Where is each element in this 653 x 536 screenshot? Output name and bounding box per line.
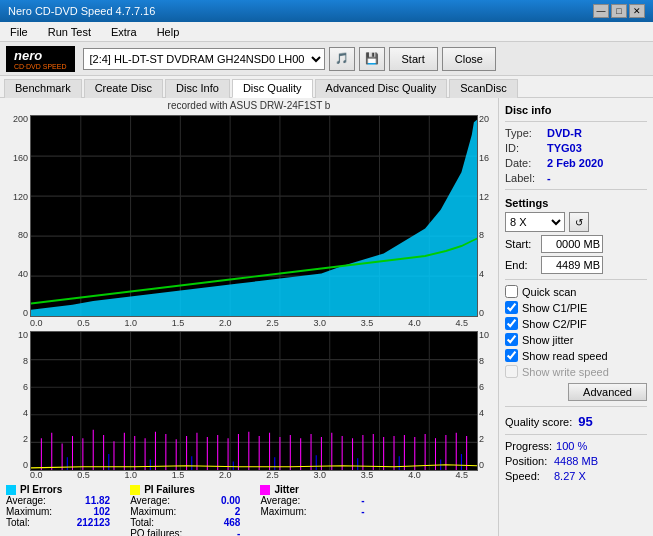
close-button[interactable]: ✕ — [629, 4, 645, 18]
divider-2 — [505, 189, 647, 190]
speed-value: 8.27 X — [554, 470, 586, 482]
show-write-speed-row: Show write speed — [505, 365, 647, 378]
right-panel: Disc info Type: DVD-R ID: TYG03 Date: 2 … — [498, 98, 653, 536]
close-toolbar-button[interactable]: Close — [442, 47, 496, 71]
tab-bar: Benchmark Create Disc Disc Info Disc Qua… — [0, 76, 653, 98]
quality-score-row: Quality score: 95 — [505, 414, 647, 429]
disc-date-row: Date: 2 Feb 2020 — [505, 157, 647, 169]
pi-errors-average: 11.82 — [60, 495, 110, 506]
settings-refresh-btn[interactable]: ↺ — [569, 212, 589, 232]
y-top-label-80: 80 — [2, 230, 28, 240]
y-top-right-label-16: 16 — [479, 153, 496, 163]
quality-score-value: 95 — [578, 414, 592, 429]
label-value: - — [547, 172, 551, 184]
menu-file[interactable]: File — [4, 24, 34, 40]
po-failures: - — [190, 528, 240, 536]
tab-disc-info[interactable]: Disc Info — [165, 79, 230, 98]
logo-text: nero — [14, 48, 42, 63]
tab-create-disc[interactable]: Create Disc — [84, 79, 163, 98]
save-icon-btn[interactable]: 💾 — [359, 47, 385, 71]
settings-title: Settings — [505, 197, 647, 209]
maximize-button[interactable]: □ — [611, 4, 627, 18]
quick-scan-label: Quick scan — [522, 286, 576, 298]
speed-select[interactable]: 8 X — [505, 212, 565, 232]
y-top-label-160: 160 — [2, 153, 28, 163]
end-label: End: — [505, 259, 537, 271]
menu-run-test[interactable]: Run Test — [42, 24, 97, 40]
end-input[interactable] — [541, 256, 603, 274]
menu-help[interactable]: Help — [151, 24, 186, 40]
pi-errors-maximum: 102 — [60, 506, 110, 517]
x-labels-bottom: 0.0 0.5 1.0 1.5 2.0 2.5 3.0 3.5 4.0 4.5 — [2, 470, 496, 482]
show-c2pif-row: Show C2/PIF — [505, 317, 647, 330]
pi-failures-maximum: 2 — [190, 506, 240, 517]
y-top-right-label-12: 12 — [479, 192, 496, 202]
date-label: Date: — [505, 157, 543, 169]
pi-failures-label: PI Failures — [144, 484, 195, 495]
x-labels-top: 0.0 0.5 1.0 1.5 2.0 2.5 3.0 3.5 4.0 4.5 — [2, 318, 496, 330]
progress-row: Progress: 100 % — [505, 440, 647, 452]
show-read-speed-checkbox[interactable] — [505, 349, 518, 362]
divider-1 — [505, 121, 647, 122]
jitter-maximum: - — [315, 506, 365, 517]
position-label: Position: — [505, 455, 550, 467]
legend-pi-failures: PI Failures Average: 0.00 Maximum: 2 Tot… — [130, 484, 240, 532]
type-value: DVD-R — [547, 127, 582, 139]
tab-scan-disc[interactable]: ScanDisc — [449, 79, 517, 98]
divider-3 — [505, 279, 647, 280]
y-bot-label-8: 8 — [2, 356, 28, 366]
tab-advanced-disc-quality[interactable]: Advanced Disc Quality — [315, 79, 448, 98]
position-row: Position: 4488 MB — [505, 455, 647, 467]
id-value: TYG03 — [547, 142, 582, 154]
progress-label: Progress: — [505, 440, 552, 452]
menu-extra[interactable]: Extra — [105, 24, 143, 40]
show-write-speed-label: Show write speed — [522, 366, 609, 378]
start-button[interactable]: Start — [389, 47, 438, 71]
legend-pi-errors: PI Errors Average: 11.82 Maximum: 102 To… — [6, 484, 110, 532]
main-content: recorded with ASUS DRW-24F1ST b 200 160 … — [0, 98, 653, 536]
y-top-label-120: 120 — [2, 192, 28, 202]
speed-row: 8 X ↺ — [505, 212, 647, 232]
show-c2pif-checkbox[interactable] — [505, 317, 518, 330]
tab-benchmark[interactable]: Benchmark — [4, 79, 82, 98]
y-bot-label-10: 10 — [2, 330, 28, 340]
logo-sub: CD·DVD SPEED — [14, 63, 67, 70]
pi-errors-total: 212123 — [60, 517, 110, 528]
chart-area: recorded with ASUS DRW-24F1ST b 200 160 … — [0, 98, 498, 536]
y-bot-right-label-4: 4 — [479, 408, 496, 418]
show-c1pie-label: Show C1/PIE — [522, 302, 587, 314]
y-bot-right-label-2: 2 — [479, 434, 496, 444]
y-top-right-label-8: 8 — [479, 230, 496, 240]
show-c2pif-label: Show C2/PIF — [522, 318, 587, 330]
quality-score-label: Quality score: — [505, 416, 572, 428]
show-jitter-checkbox[interactable] — [505, 333, 518, 346]
label-label: Label: — [505, 172, 543, 184]
tab-disc-quality[interactable]: Disc Quality — [232, 79, 313, 98]
advanced-button[interactable]: Advanced — [568, 383, 647, 401]
pi-failures-color — [130, 485, 140, 495]
type-label: Type: — [505, 127, 543, 139]
jitter-color — [260, 485, 270, 495]
show-write-speed-checkbox — [505, 365, 518, 378]
y-bot-right-label-10: 10 — [479, 330, 496, 340]
pi-errors-color — [6, 485, 16, 495]
show-jitter-label: Show jitter — [522, 334, 573, 346]
show-jitter-row: Show jitter — [505, 333, 647, 346]
speed-label: Speed: — [505, 470, 550, 482]
show-c1pie-checkbox[interactable] — [505, 301, 518, 314]
title-bar-text: Nero CD-DVD Speed 4.7.7.16 — [8, 5, 155, 17]
quick-scan-checkbox[interactable] — [505, 285, 518, 298]
y-top-right-label-4: 4 — [479, 269, 496, 279]
jitter-average: - — [315, 495, 365, 506]
pi-failures-average: 0.00 — [190, 495, 240, 506]
audio-icon-btn[interactable]: 🎵 — [329, 47, 355, 71]
minimize-button[interactable]: — — [593, 4, 609, 18]
menu-bar: File Run Test Extra Help — [0, 22, 653, 42]
drive-select[interactable]: [2:4] HL-DT-ST DVDRAM GH24NSD0 LH00 — [83, 48, 325, 70]
show-read-speed-row: Show read speed — [505, 349, 647, 362]
legend-area: PI Errors Average: 11.82 Maximum: 102 To… — [2, 482, 496, 534]
y-top-label-200: 200 — [2, 114, 28, 124]
svg-rect-14 — [31, 332, 477, 470]
y-bot-right-label-6: 6 — [479, 382, 496, 392]
start-input[interactable] — [541, 235, 603, 253]
